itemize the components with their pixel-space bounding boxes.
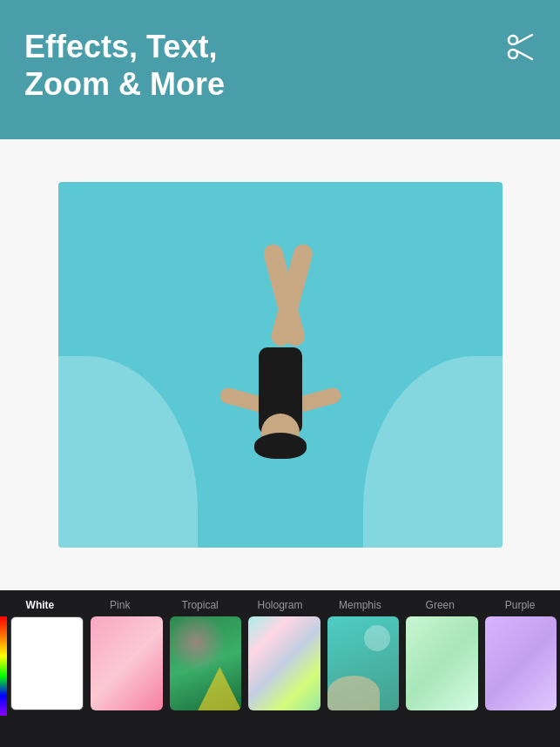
title-line2: Zoom & More xyxy=(24,66,225,102)
filter-label-pink[interactable]: Pink xyxy=(80,599,160,611)
filter-label-tropical[interactable]: Tropical xyxy=(160,599,240,611)
thumb-memphis[interactable] xyxy=(327,616,399,710)
thumb-hologram[interactable] xyxy=(248,616,320,710)
scissors-icon[interactable] xyxy=(504,31,536,69)
wave-left xyxy=(58,356,198,548)
thumb-tropical[interactable] xyxy=(170,616,241,710)
photo-canvas xyxy=(58,182,503,548)
rainbow-strip xyxy=(0,616,7,716)
svg-line-3 xyxy=(517,51,533,60)
figure-hair xyxy=(254,433,307,459)
thumb-green[interactable] xyxy=(406,616,477,710)
thumb-purple[interactable] xyxy=(485,616,557,710)
page-title: Effects, Text, Zoom & More xyxy=(24,28,225,103)
filter-label-memphis[interactable]: Memphis xyxy=(320,599,400,611)
filter-labels: White Pink Tropical Hologram Memphis Gre… xyxy=(0,590,560,616)
figure xyxy=(211,225,350,504)
filter-thumbnails xyxy=(0,616,560,721)
photo-container xyxy=(58,182,503,548)
filter-label-hologram[interactable]: Hologram xyxy=(240,599,320,611)
filter-label-white[interactable]: White xyxy=(0,599,80,611)
thumb-white[interactable] xyxy=(10,616,84,710)
svg-line-2 xyxy=(517,35,533,44)
filter-label-purple[interactable]: Purple xyxy=(480,599,560,611)
title-line1: Effects, Text, xyxy=(24,29,217,64)
header: Effects, Text, Zoom & More xyxy=(0,0,560,139)
bottom-bar: White Pink Tropical Hologram Memphis Gre… xyxy=(0,590,560,747)
wave-right xyxy=(363,356,503,548)
thumb-pink[interactable] xyxy=(91,616,162,710)
main-content xyxy=(0,139,560,590)
filter-label-green[interactable]: Green xyxy=(400,599,480,611)
